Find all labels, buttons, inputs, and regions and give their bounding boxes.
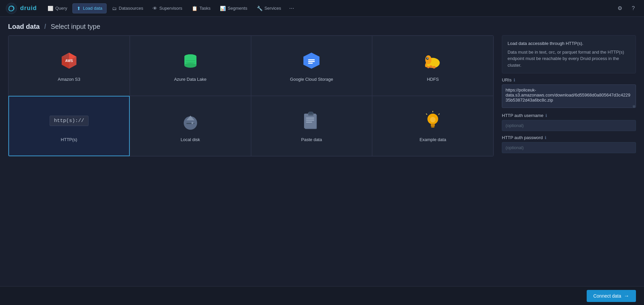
svg-rect-38 (431, 124, 435, 125)
svg-point-11 (184, 54, 196, 59)
breadcrumb-current: Select input type (51, 23, 100, 30)
nav-item-query-label: Query (55, 6, 67, 11)
nav-item-services[interactable]: 🔧 Services (253, 4, 285, 13)
source-tile-azure[interactable]: Azure Data Lake (130, 36, 251, 96)
page-header: Load data / Select input type (0, 17, 644, 35)
nav-item-segments-label: Segments (228, 6, 247, 11)
source-tile-example-data[interactable]: Example data (372, 96, 493, 156)
source-tile-gcs[interactable]: Google Cloud Storage (251, 36, 372, 96)
svg-point-23 (429, 65, 432, 68)
svg-point-21 (427, 58, 428, 59)
svg-point-25 (427, 66, 430, 68)
paste-data-icon (301, 110, 322, 132)
http-auth-password-input[interactable] (502, 142, 636, 153)
load-data-icon: ⬆ (77, 6, 81, 11)
help-icon: ? (632, 5, 635, 11)
svg-rect-31 (304, 114, 316, 128)
uris-label: URIs ℹ (502, 77, 636, 82)
azure-icon (180, 50, 201, 71)
hdfs-icon (422, 50, 444, 71)
http-auth-password-field-group: HTTP auth password ℹ (502, 135, 636, 153)
svg-rect-32 (306, 118, 314, 119)
svg-rect-16 (308, 61, 315, 62)
uris-textarea[interactable]: https://policeuk-data.s3.amazonaws.com/d… (502, 84, 636, 108)
svg-line-43 (426, 114, 427, 115)
nav-item-tasks[interactable]: 📋 Tasks (188, 4, 215, 13)
source-tile-http[interactable]: http(s):// HTTP(s) (8, 96, 130, 156)
services-icon: 🔧 (257, 6, 262, 11)
panel-description-title: Load data accessible through HTTP(s). (508, 40, 630, 47)
nav-item-segments[interactable]: 📊 Segments (216, 4, 251, 13)
gcs-tile-label: Google Cloud Storage (290, 77, 333, 82)
gcs-icon (301, 50, 322, 71)
brand-logo[interactable]: druid (5, 2, 37, 14)
nav-item-query[interactable]: ⬜ Query (44, 4, 71, 13)
svg-rect-40 (431, 126, 434, 128)
http-auth-username-input[interactable] (502, 120, 636, 131)
nav-item-supervisors[interactable]: 👁 Supervisors (149, 4, 186, 13)
nav-item-services-label: Services (265, 6, 281, 11)
http-auth-username-label: HTTP auth username ℹ (502, 113, 636, 118)
svg-line-42 (438, 114, 440, 115)
http-auth-username-label-text: HTTP auth username (502, 113, 543, 118)
source-tile-local-disk[interactable]: Local disk (130, 96, 251, 156)
http-auth-password-label: HTTP auth password ℹ (502, 135, 636, 140)
svg-text:AWS: AWS (65, 59, 73, 63)
paste-data-tile-label: Paste data (301, 137, 322, 142)
local-disk-icon (180, 110, 201, 132)
more-menu-button[interactable]: ··· (287, 3, 297, 14)
nav-right: ⚙ ? (614, 3, 639, 14)
connect-data-button[interactable]: Connect data → (587, 290, 636, 302)
source-tile-paste-data[interactable]: Paste data (251, 96, 372, 156)
http-auth-password-label-text: HTTP auth password (502, 135, 543, 140)
svg-rect-39 (431, 125, 435, 126)
right-panel: Load data accessible through HTTP(s). Da… (502, 35, 636, 153)
nav-item-datasources[interactable]: 🗂 Datasources (108, 4, 147, 13)
example-data-icon (422, 110, 444, 132)
nav-item-load-data[interactable]: ⬆ Load data (72, 3, 107, 13)
nav-item-tasks-label: Tasks (199, 6, 211, 11)
settings-button[interactable]: ⚙ (614, 3, 625, 14)
breadcrumb-parent: Load data (8, 23, 40, 30)
svg-point-29 (191, 122, 193, 124)
source-tile-amazon-s3[interactable]: AWS Amazon S3 (8, 36, 130, 96)
s3-icon: AWS (58, 50, 80, 71)
help-button[interactable]: ? (628, 3, 639, 14)
s3-tile-label: Amazon S3 (58, 77, 80, 82)
svg-point-0 (6, 3, 17, 13)
svg-point-24 (432, 66, 435, 69)
nav-item-load-data-label: Load data (83, 6, 102, 11)
connect-data-label: Connect data (593, 293, 621, 299)
uris-info-icon[interactable]: ℹ (514, 78, 515, 82)
svg-point-10 (184, 63, 196, 68)
bottom-bar: Connect data → (0, 286, 644, 305)
svg-point-22 (434, 59, 439, 65)
svg-marker-14 (303, 53, 319, 69)
http-code-label: http(s):// (50, 116, 89, 126)
navbar: druid ⬜ Query ⬆ Load data 🗂 Datasources … (0, 0, 644, 17)
source-tile-hdfs[interactable]: HDFS (372, 36, 493, 96)
segments-icon: 📊 (220, 6, 226, 11)
nav-item-datasources-label: Datasources (119, 6, 143, 11)
http-auth-username-info-icon[interactable]: ℹ (545, 113, 547, 118)
svg-rect-33 (306, 120, 314, 121)
datasources-icon: 🗂 (112, 6, 117, 11)
hdfs-tile-label: HDFS (427, 77, 438, 82)
http-tile-label: HTTP(s) (61, 137, 77, 142)
panel-description-body: Data must be in text, orc, or parquet fo… (508, 49, 630, 69)
nav-item-supervisors-label: Supervisors (159, 6, 182, 11)
http-auth-password-info-icon[interactable]: ℹ (545, 135, 546, 140)
gear-icon: ⚙ (618, 5, 622, 11)
svg-rect-17 (308, 63, 313, 64)
connect-data-arrow-icon: → (624, 293, 629, 299)
brand-name: druid (20, 5, 37, 12)
uris-field-group: URIs ℹ https://policeuk-data.s3.amazonaw… (502, 77, 636, 109)
panel-description: Load data accessible through HTTP(s). Da… (502, 35, 636, 73)
http-icon: http(s):// (58, 110, 80, 132)
main-layout: AWS Amazon S3 Azure Data Lake (0, 35, 644, 305)
source-type-grid: AWS Amazon S3 Azure Data Lake (8, 35, 494, 157)
uris-label-text: URIs (502, 77, 512, 82)
svg-rect-34 (306, 122, 312, 123)
supervisors-icon: 👁 (153, 6, 157, 11)
breadcrumb-separator: / (44, 23, 46, 30)
